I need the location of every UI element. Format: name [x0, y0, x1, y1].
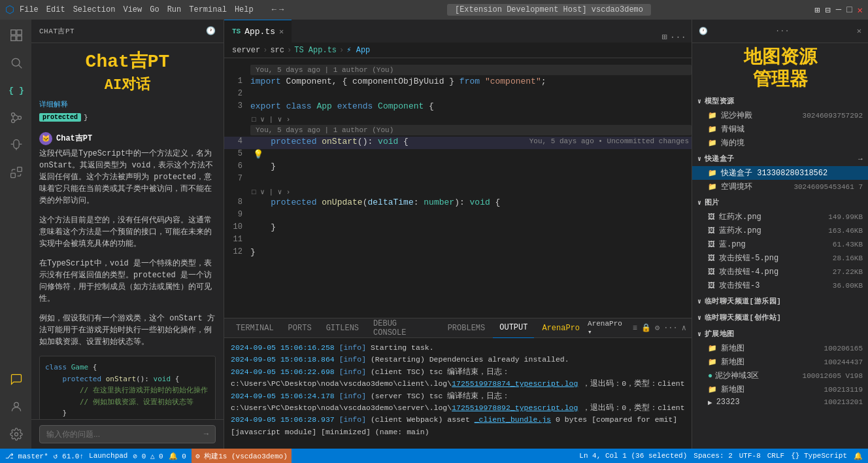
right-panel-close[interactable]: ✕: [857, 26, 861, 36]
chat-panel: CHAT吉PT 🕐 Chat吉PT AI对话 详细解释 protected } …: [31, 20, 224, 449]
status-spaces[interactable]: Spaces: 2: [693, 452, 732, 460]
code-editor[interactable]: You, 5 days ago | 1 author (You) 1 impor…: [224, 58, 692, 318]
menu-edit[interactable]: Edit: [46, 5, 65, 14]
chat-input-box[interactable]: →: [39, 425, 216, 443]
status-position[interactable]: Ln 4, Col 1 (36 selected): [579, 452, 687, 460]
tree-item-img1[interactable]: 🖼 红药水.png 149.99KB: [692, 210, 868, 224]
green-dot-icon: ●: [708, 371, 712, 381]
activity-accounts[interactable]: [3, 394, 29, 420]
section-kuaidi-header[interactable]: ∨ 快递盒子 →: [692, 151, 868, 166]
tree-item-map3[interactable]: ● 泥沙神域3区 100012605 V198: [692, 369, 868, 383]
status-bell[interactable]: 🔔: [854, 452, 863, 460]
tab-appTs[interactable]: TS App.ts ✕: [224, 20, 292, 43]
chat-message-1: 这个方法目前是空的，没有任何代码内容。这通常意味着这个方法是一个预留的接口，可能…: [39, 214, 216, 250]
section-model-header[interactable]: ∨ 模型资源: [692, 94, 868, 109]
terminal-lock-icon[interactable]: 🔒: [641, 323, 651, 333]
menu-file[interactable]: File: [20, 5, 39, 14]
tab-gitlens[interactable]: GITLENS: [320, 318, 365, 338]
activity-chat[interactable]: [3, 366, 29, 392]
tree-item-map5[interactable]: ▶ 23323 100213201: [692, 396, 868, 408]
menu-run[interactable]: Run: [167, 5, 182, 14]
right-arrow-icon[interactable]: →: [858, 155, 863, 163]
activity-json[interactable]: { }: [3, 77, 29, 103]
activity-settings[interactable]: [3, 421, 29, 447]
minimize-icon[interactable]: ─: [836, 5, 841, 16]
maximize-icon[interactable]: □: [846, 5, 852, 16]
activity-search[interactable]: [3, 50, 29, 76]
right-panel-big-title: 地图资源管理器: [692, 43, 868, 94]
tab-ts-icon: TS: [232, 27, 241, 35]
tab-ports[interactable]: PORTS: [282, 318, 318, 338]
activity-extensions[interactable]: [3, 160, 29, 186]
tab-arenapro[interactable]: ArenaPro: [535, 318, 586, 338]
terminal-settings-icon[interactable]: ⚙: [655, 323, 659, 333]
tree-item-map2[interactable]: 📁 新地图 100244437: [692, 355, 868, 369]
tree-item-map1[interactable]: 📁 新地图 100206165: [692, 341, 868, 355]
menu-terminal[interactable]: Terminal: [189, 5, 227, 14]
menu-selection[interactable]: Selection: [73, 5, 116, 14]
editor-toolbar-split[interactable]: ⊞: [661, 31, 667, 43]
close-icon[interactable]: ✕: [858, 5, 863, 16]
section-temp-create-header[interactable]: ∨ 临时聊天频道[创作站]: [692, 310, 868, 325]
terminal-log-2b: c:\Users\PC\Desktop\noda\vscdao3demo\cli…: [231, 378, 685, 390]
send-icon[interactable]: →: [204, 430, 209, 439]
tree-item-map4[interactable]: 📁 新地图 100213119: [692, 383, 868, 396]
terminal-controls: ArenaPro ▾ ≡ 🔒 ⚙ ··· ∧: [588, 320, 686, 336]
chat-detail-link[interactable]: 详细解释: [31, 99, 224, 113]
chevron-temp-create: ∨: [697, 314, 702, 322]
split-icon[interactable]: ⊟: [825, 5, 830, 16]
tab-output[interactable]: OUTPUT: [493, 318, 534, 338]
layout-icon[interactable]: ⊞: [814, 5, 820, 16]
terminal-more-icon[interactable]: ···: [663, 324, 678, 333]
tree-item-img2[interactable]: 🖼 蓝药水.png 163.46KB: [692, 224, 868, 237]
tab-debug[interactable]: DEBUG CONSOLE: [367, 318, 440, 338]
status-language[interactable]: {} TypeScript: [791, 452, 847, 460]
nav-back[interactable]: ←: [272, 5, 276, 14]
status-errors[interactable]: ⊘ 0 △ 0: [133, 452, 163, 460]
section-temp-create: ∨ 临时聊天频道[创作站]: [692, 310, 868, 325]
activity-debug[interactable]: [3, 132, 29, 158]
tree-item-img4[interactable]: 🖼 攻击按钮-5.png 28.16KB: [692, 251, 868, 265]
activity-explorer[interactable]: [3, 22, 29, 48]
status-sync[interactable]: ↺ 61.0↑: [54, 452, 84, 460]
right-panel-more[interactable]: ···: [775, 27, 790, 36]
tree-item-kuaidi-selected[interactable]: 📁 快递盒子 313308280318562: [692, 166, 868, 180]
status-encoding[interactable]: UTF-8: [739, 452, 761, 460]
status-launchpad[interactable]: Launchpad: [89, 452, 127, 460]
tree-item-hai[interactable]: 📁 海的境: [692, 136, 868, 150]
status-notif[interactable]: 🔔 0: [169, 452, 186, 460]
tab-terminal[interactable]: TERMINAL: [229, 318, 280, 338]
tree-item-kongtiao[interactable]: 📁 空调境环 30246095453461 7: [692, 180, 868, 194]
tab-close-btn[interactable]: ✕: [279, 27, 284, 37]
chevron-model: ∨: [697, 97, 702, 105]
terminal-collapse-icon[interactable]: ∧: [682, 323, 686, 333]
tree-item-img6[interactable]: 🖼 攻击按钮-3 36.00KB: [692, 279, 868, 292]
terminal-list-icon[interactable]: ≡: [633, 324, 637, 333]
tab-problems[interactable]: PROBLEMS: [441, 318, 492, 338]
protected-badge: protected: [39, 113, 81, 122]
nav-fwd[interactable]: →: [279, 5, 284, 14]
editor-toolbar-more[interactable]: ···: [670, 32, 686, 43]
svg-rect-3: [17, 36, 22, 41]
tree-item-qingtong[interactable]: 📁 青铜城: [692, 122, 868, 136]
status-lineending[interactable]: CRLF: [767, 452, 784, 460]
menu-help[interactable]: Help: [235, 5, 254, 14]
dropdown-arenapro[interactable]: ArenaPro ▾: [588, 320, 629, 336]
status-build[interactable]: ⚙ 构建1s (vscdao3demo): [192, 449, 292, 463]
tree-item-img3[interactable]: 🖼 蓝.png 61.43KB: [692, 237, 868, 251]
section-temp-game-header[interactable]: ∨ 临时聊天频道[游乐园]: [692, 294, 868, 309]
section-images-header[interactable]: ∨ 图片: [692, 195, 868, 210]
tree-item-nisha[interactable]: 📁 泥沙神殿 30246093757292: [692, 109, 868, 122]
code-line-11: 11: [224, 235, 692, 247]
chat-history-icon[interactable]: 🕐: [206, 26, 216, 36]
chat-input-area: →: [31, 419, 224, 449]
menu-go[interactable]: Go: [150, 5, 159, 14]
menu-view[interactable]: View: [123, 5, 142, 14]
code-line-4: 4 protected onStart(): void { You, 5 day…: [224, 137, 692, 149]
status-branch[interactable]: ⎇ master*: [5, 452, 48, 460]
tree-item-img5[interactable]: 🖼 攻击按钮-4.png 27.22KB: [692, 265, 868, 279]
section-ext-map-header[interactable]: ∨ 扩展地图: [692, 326, 868, 341]
chat-input-field[interactable]: [46, 430, 204, 439]
section-temp-create-label: 临时聊天频道[创作站]: [705, 313, 782, 322]
activity-source-control[interactable]: [3, 105, 29, 131]
